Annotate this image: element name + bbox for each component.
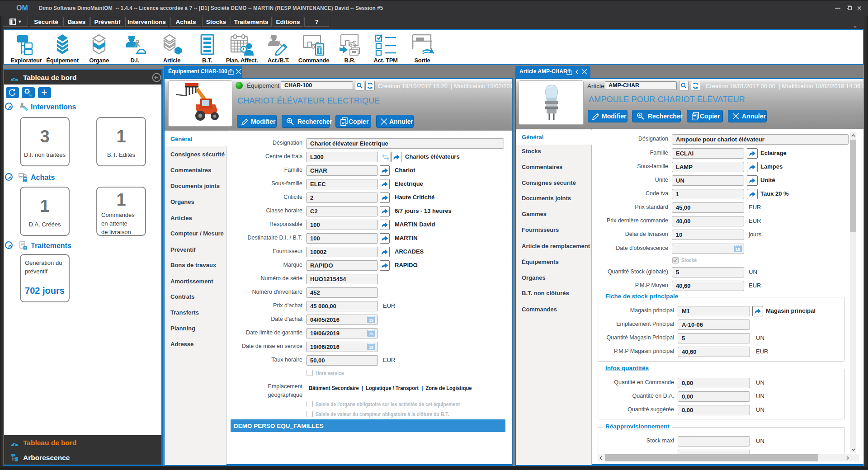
svg-text:15: 15 — [369, 332, 373, 336]
svg-text:15: 15 — [736, 247, 740, 252]
svg-text:15: 15 — [369, 318, 373, 323]
svg-text:15: 15 — [369, 345, 373, 350]
